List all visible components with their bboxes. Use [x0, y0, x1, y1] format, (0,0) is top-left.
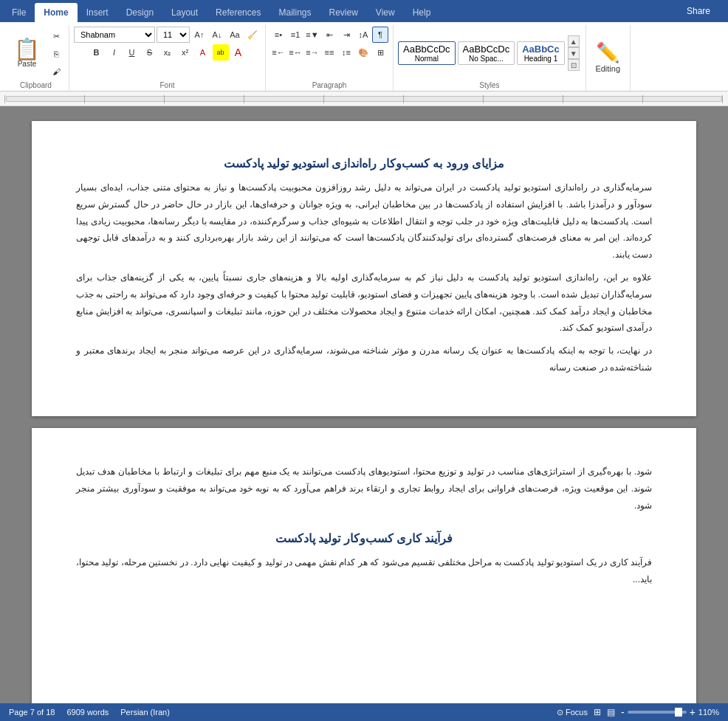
justify-button[interactable]: ≡≡ — [321, 44, 337, 61]
ruler: │ │ │ │ │ │ │ │ │ │ — [0, 92, 728, 106]
editing-icon: ✏️ — [596, 41, 619, 64]
tab-design[interactable]: Design — [117, 3, 162, 22]
bold-button[interactable]: B — [89, 44, 105, 61]
zoom-plus[interactable]: + — [690, 706, 696, 718]
clipboard-label: Clipboard — [7, 80, 64, 89]
paragraph-group-label: Paragraph — [270, 80, 388, 89]
tab-help[interactable]: Help — [404, 3, 440, 22]
page2-para-1: شود. با بهره‌گیری از استراتژی‌های مناسب … — [76, 463, 652, 514]
tab-review[interactable]: Review — [320, 3, 366, 22]
borders-button[interactable]: ⊞ — [372, 44, 388, 61]
copy-button[interactable]: ⎘ — [48, 46, 64, 62]
styles-scroll-down[interactable]: ▼ — [568, 47, 580, 59]
page1-para-3: در نهایت، با توجه به اینکه پادکست‌ها به … — [76, 342, 652, 376]
decrease-indent-button[interactable]: ⇤ — [321, 27, 337, 43]
align-center-button[interactable]: ≡↔ — [287, 44, 303, 61]
ribbon: File Home Insert Design Layout Reference… — [0, 0, 728, 92]
cut-button[interactable]: ✂ — [48, 28, 64, 44]
superscript-button[interactable]: x² — [177, 44, 193, 61]
numbering-button[interactable]: ≡1 — [287, 27, 303, 43]
language[interactable]: Persian (Iran) — [120, 708, 170, 717]
show-marks-button[interactable]: ¶ — [372, 27, 388, 43]
styles-group-label: Styles — [398, 80, 581, 89]
tab-view[interactable]: View — [367, 3, 404, 22]
word-count[interactable]: 6909 words — [66, 708, 109, 717]
page-1: مزایای ورود به کسب‌وکار راه‌اندازی استود… — [32, 121, 696, 416]
tab-layout[interactable]: Layout — [162, 3, 207, 22]
page-count[interactable]: Page 7 of 18 — [9, 708, 55, 717]
styles-scroll-buttons: ▲ ▼ ⊡ — [566, 35, 581, 71]
page1-para-2: علاوه بر این، راه‌اندازی استودیو تولید پ… — [76, 269, 652, 337]
font-group: Shabnam 11 A↑ A↓ Aa 🧹 B I U S x₂ x² — [69, 25, 266, 91]
zoom-minus[interactable]: - — [621, 706, 625, 718]
tab-mailings[interactable]: Mailings — [269, 3, 320, 22]
italic-button[interactable]: I — [106, 44, 123, 61]
format-painter-button[interactable]: 🖌 — [48, 63, 64, 80]
font-shrink-button[interactable]: A↓ — [209, 27, 225, 43]
page2-text[interactable]: شود. با بهره‌گیری از استراتژی‌های مناسب … — [76, 463, 652, 514]
align-left-button[interactable]: ≡← — [270, 44, 286, 61]
zoom-track[interactable] — [628, 711, 687, 714]
styles-group: AaBbCcDc Normal AaBbCcDc No Spac... AaBb… — [394, 25, 586, 91]
page2-heading: فرآیند کاری کسب‌وکار تولید پادکست — [76, 531, 652, 545]
text-color-button[interactable]: A — [195, 44, 211, 61]
editing-button[interactable]: ✏️ Editing — [595, 41, 620, 73]
view-icon[interactable]: ▤ — [607, 707, 615, 717]
shading-button[interactable]: 🎨 — [355, 44, 371, 61]
sort-button[interactable]: ↕A — [355, 27, 371, 43]
editing-label: Editing — [595, 64, 620, 73]
paragraph-group: ≡• ≡1 ≡▼ ⇤ ⇥ ↕A ¶ ≡← ≡↔ ≡→ ≡≡ ↕≡ 🎨 ⊞ — [266, 25, 394, 91]
editing-group: ✏️ Editing — [586, 25, 631, 91]
page1-para-1: سرمایه‌گذاری در راه‌اندازی استودیو تولید… — [76, 179, 652, 263]
layout-icon[interactable]: ⊞ — [594, 707, 601, 717]
tab-file[interactable]: File — [3, 3, 35, 22]
page2-para-2: فرآیند کاری در یک استودیو تولید پادکست ب… — [76, 554, 652, 588]
font-name-select[interactable]: Shabnam — [74, 27, 155, 43]
increase-indent-button[interactable]: ⇥ — [338, 27, 354, 43]
tab-home[interactable]: Home — [35, 3, 77, 22]
clipboard-group: 📋 Paste ✂ ⎘ 🖌 Clipboard — [3, 25, 69, 91]
focus-icon: ⊙ — [557, 708, 563, 717]
zoom-level[interactable]: 110% — [698, 708, 719, 717]
subscript-button[interactable]: x₂ — [159, 44, 176, 61]
styles-expand[interactable]: ⊡ — [568, 59, 580, 71]
font-group-label: Font — [74, 80, 261, 89]
page1-heading: مزایای ورود به کسب‌وکار راه‌اندازی استود… — [76, 156, 652, 170]
document-area: مزایای ورود به کسب‌وکار راه‌اندازی استود… — [0, 106, 728, 703]
share-button[interactable]: Share — [678, 1, 719, 21]
page2-text-2[interactable]: فرآیند کاری در یک استودیو تولید پادکست ب… — [76, 554, 652, 588]
paste-button[interactable]: 📋 Paste — [7, 35, 47, 72]
styles-scroll-up[interactable]: ▲ — [568, 35, 580, 47]
focus-button[interactable]: ⊙ Focus — [557, 708, 588, 717]
change-case-button[interactable]: Aa — [227, 27, 243, 43]
align-right-button[interactable]: ≡→ — [304, 44, 320, 61]
clear-format-button[interactable]: 🧹 — [244, 27, 261, 43]
multilevel-list-button[interactable]: ≡▼ — [304, 27, 320, 43]
status-bar: Page 7 of 18 6909 words Persian (Iran) ⊙… — [0, 703, 728, 721]
zoom-bar: - + 110% — [621, 706, 719, 718]
zoom-thumb — [675, 708, 682, 717]
strikethrough-button[interactable]: S — [142, 44, 158, 61]
style-normal[interactable]: AaBbCcDc Normal — [398, 41, 456, 65]
ruler-track: │ │ │ │ │ │ │ │ │ │ — [6, 96, 722, 102]
underline-button[interactable]: U — [124, 44, 140, 61]
highlight-button[interactable]: ab — [213, 44, 229, 61]
font-color-button[interactable]: A — [230, 44, 247, 61]
ribbon-tab-bar: File Home Insert Design Layout Reference… — [0, 0, 728, 22]
ribbon-body: 📋 Paste ✂ ⎘ 🖌 Clipboard Shabnam — [0, 22, 728, 92]
page1-text[interactable]: سرمایه‌گذاری در راه‌اندازی استودیو تولید… — [76, 179, 652, 376]
paste-icon: 📋 — [14, 39, 40, 60]
page-2: شود. با بهره‌گیری از استراتژی‌های مناسب … — [32, 428, 696, 703]
style-heading1[interactable]: AaBbCc Heading 1 — [517, 41, 565, 65]
tab-insert[interactable]: Insert — [78, 3, 117, 22]
style-no-spacing[interactable]: AaBbCcDc No Spac... — [458, 41, 515, 65]
tab-references[interactable]: References — [207, 3, 269, 22]
font-grow-button[interactable]: A↑ — [191, 27, 207, 43]
line-spacing-button[interactable]: ↕≡ — [338, 44, 354, 61]
font-size-select[interactable]: 11 — [157, 27, 190, 43]
bullets-button[interactable]: ≡• — [270, 27, 286, 43]
